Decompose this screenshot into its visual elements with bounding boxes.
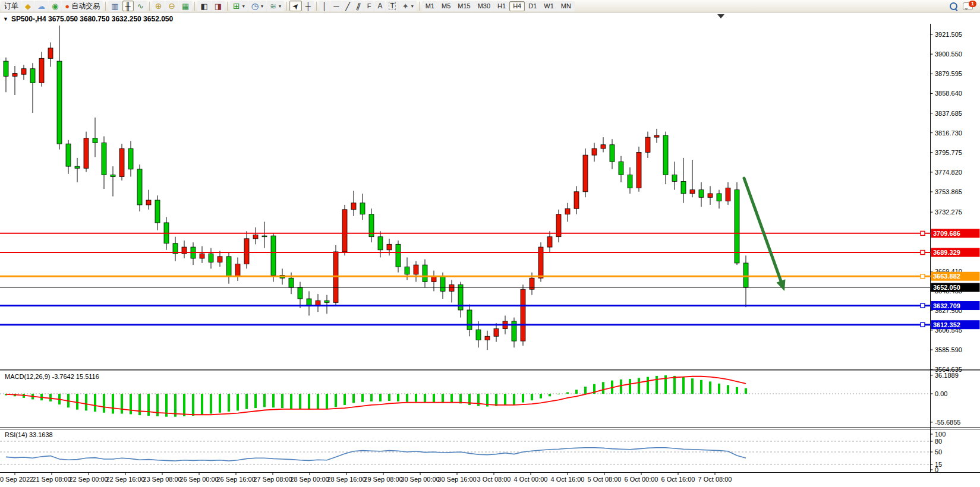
new-order-button[interactable]: 订单 [1, 1, 21, 11]
vline-tool-button[interactable]: │ [319, 1, 330, 11]
indicators-button[interactable]: ≋ ▾ [267, 1, 284, 11]
svg-text:22 Sep 00:00: 22 Sep 00:00 [69, 476, 108, 483]
candlestick-chart-icon: ╫ [125, 2, 131, 10]
svg-text:20 Sep 2022: 20 Sep 2022 [0, 476, 33, 483]
svg-text:29 Sep 08:00: 29 Sep 08:00 [364, 476, 402, 483]
svg-text:3689.329: 3689.329 [933, 249, 960, 256]
separator [316, 2, 317, 11]
svg-text:30 Sep 00:00: 30 Sep 00:00 [401, 476, 439, 483]
svg-text:100: 100 [935, 431, 946, 438]
svg-text:0: 0 [935, 466, 938, 473]
bar-chart-button[interactable]: ▥ [108, 1, 121, 11]
zoom-out-button[interactable]: ⊖ [165, 1, 178, 11]
svg-text:3663.882: 3663.882 [933, 273, 960, 280]
svg-text:80: 80 [935, 438, 942, 445]
chart-title: SP500-,H4 3675.050 3680.750 3632.250 365… [11, 15, 173, 23]
zoom-in-button[interactable]: ⊕ [152, 1, 165, 11]
cloud-terminal-button[interactable]: ☁ [34, 1, 48, 11]
timeframe-mn-button[interactable]: MN [557, 1, 575, 11]
cursor-icon: ➤ [291, 1, 301, 11]
arrows-tool-button[interactable]: ✦ ▾ [399, 1, 417, 11]
svg-text:3632.709: 3632.709 [933, 302, 960, 309]
svg-text:3879.595: 3879.595 [935, 70, 962, 77]
timeframe-d1-button[interactable]: D1 [525, 1, 540, 11]
gold-ingot-icon: ◆ [25, 2, 31, 10]
svg-text:3652.050: 3652.050 [933, 284, 960, 291]
svg-text:3858.640: 3858.640 [935, 90, 962, 97]
chat-icon[interactable]: 1 [963, 2, 973, 10]
svg-text:26 Sep 16:00: 26 Sep 16:00 [216, 476, 255, 483]
svg-text:6 Oct 16:00: 6 Oct 16:00 [661, 476, 695, 483]
clock-icon: ◷ [251, 2, 259, 10]
chart-shift-button[interactable]: ◨ [212, 1, 225, 11]
separator [227, 2, 228, 11]
notification-badge: 1 [969, 1, 976, 7]
timeframe-h1-button[interactable]: H1 [494, 1, 509, 11]
chevron-down-icon: ▾ [411, 4, 414, 9]
svg-text:30 Sep 16:00: 30 Sep 16:00 [437, 476, 476, 483]
fibonacci-icon: F [367, 3, 371, 10]
zoom-in-icon: ⊕ [155, 2, 162, 10]
autotrade-button[interactable]: ● 自动交易 [62, 1, 103, 11]
fibonacci-tool-button[interactable]: F [364, 1, 374, 11]
timeframe-w1-button[interactable]: W1 [540, 1, 557, 11]
svg-text:4 Oct 00:00: 4 Oct 00:00 [514, 476, 548, 483]
timeframe-m1-button[interactable]: M1 [422, 1, 438, 11]
svg-text:28 Sep 00:00: 28 Sep 00:00 [290, 476, 329, 483]
separator [105, 2, 106, 11]
gold-ingot-button[interactable]: ◆ [22, 1, 34, 11]
new-chart-icon: ⊞ [233, 2, 240, 10]
svg-text:3585.590: 3585.590 [935, 346, 962, 353]
auto-scroll-icon: ◧ [200, 2, 207, 10]
chevron-down-icon: ▾ [261, 4, 263, 9]
auto-scroll-button[interactable]: ◧ [197, 1, 210, 11]
timeframe-m5-button[interactable]: M5 [438, 1, 454, 11]
tile-windows-button[interactable]: ▦ [179, 1, 192, 11]
timeframe-m15-button[interactable]: M15 [454, 1, 474, 11]
mt4-window: 订单 ◆ ☁ ◉ ● 自动交易 ▥ ╫ ∿ ⊕ ⊖ ▦ ◧ ◨ ⊞ ▾ [0, 0, 980, 487]
channel-icon: ∥ [355, 2, 362, 10]
trendline-tool-button[interactable]: ╱ [342, 1, 353, 11]
chart-canvas[interactable]: 3921.5053900.5503879.5953858.6403837.685… [0, 0, 980, 487]
svg-text:3921.505: 3921.505 [935, 31, 962, 38]
vertical-line-icon: │ [322, 2, 327, 10]
chart-shift-icon: ◨ [215, 2, 222, 10]
trendline-icon: ╱ [345, 2, 350, 10]
text-tool-button[interactable]: A [374, 1, 385, 11]
hline-tool-button[interactable]: ─ [330, 1, 342, 11]
svg-text:0.00: 0.00 [935, 390, 947, 397]
timeframe-m30-button[interactable]: M30 [474, 1, 494, 11]
svg-text:3795.775: 3795.775 [935, 149, 962, 156]
crosshair-icon: ┼ [305, 2, 311, 10]
svg-text:3709.686: 3709.686 [933, 230, 960, 237]
line-chart-button[interactable]: ∿ [134, 1, 147, 11]
svg-text:3753.865: 3753.865 [935, 188, 962, 195]
svg-text:22 Sep 16:00: 22 Sep 16:00 [106, 476, 144, 483]
svg-text:3816.730: 3816.730 [935, 129, 962, 137]
separator [149, 2, 150, 11]
svg-text:3837.685: 3837.685 [935, 110, 962, 117]
label-tool-button[interactable]: T [386, 1, 398, 11]
svg-text:3900.550: 3900.550 [935, 50, 962, 58]
cloud-icon: ☁ [37, 2, 45, 10]
signal-button[interactable]: ◉ [49, 1, 61, 11]
new-chart-button[interactable]: ⊞ ▾ [230, 1, 248, 11]
autotrade-label: 自动交易 [71, 1, 100, 11]
symbol-dropdown-icon[interactable]: ▼ [3, 16, 8, 22]
svg-text:27 Sep 08:00: 27 Sep 08:00 [253, 476, 292, 483]
separator [419, 2, 420, 11]
svg-text:21 Sep 08:00: 21 Sep 08:00 [32, 476, 71, 483]
svg-text:36.1889: 36.1889 [935, 372, 959, 379]
separator [194, 2, 195, 11]
toolbar: 订单 ◆ ☁ ◉ ● 自动交易 ▥ ╫ ∿ ⊕ ⊖ ▦ ◧ ◨ ⊞ ▾ [0, 0, 980, 12]
svg-text:3732.275: 3732.275 [935, 208, 962, 216]
svg-text:5 Oct 08:00: 5 Oct 08:00 [588, 476, 622, 483]
timeframe-h4-button[interactable]: H4 [509, 1, 525, 11]
periods-button[interactable]: ◷ ▾ [248, 1, 266, 11]
channel-tool-button[interactable]: ∥ [354, 1, 364, 11]
zoom-out-icon: ⊖ [168, 2, 175, 10]
cursor-tool-button[interactable]: ➤ [289, 1, 302, 11]
candlestick-chart-button[interactable]: ╫ [122, 1, 134, 11]
search-icon[interactable] [950, 2, 957, 10]
crosshair-tool-button[interactable]: ┼ [302, 1, 314, 11]
